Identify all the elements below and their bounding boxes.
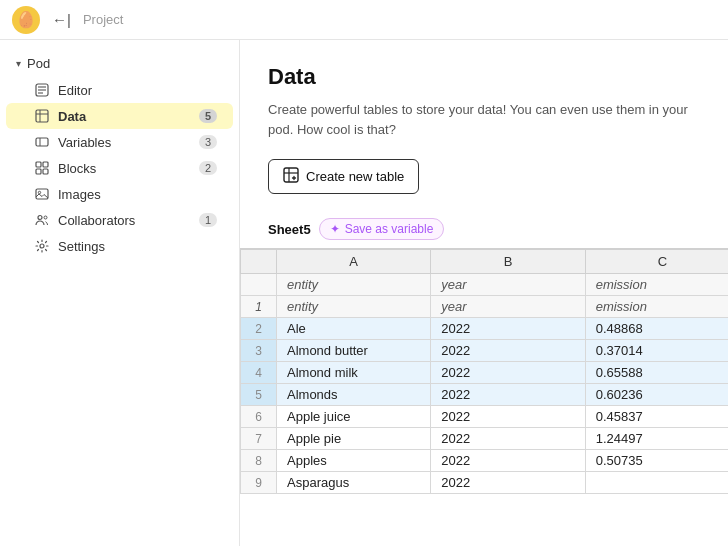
table-cell-b[interactable]: 2022 bbox=[431, 340, 585, 362]
table-cell-num: 8 bbox=[241, 450, 277, 472]
table-cell-c[interactable]: 0.60236 bbox=[585, 384, 728, 406]
table-cell-b[interactable]: 2022 bbox=[431, 318, 585, 340]
sheet-tab-label[interactable]: Sheet5 bbox=[268, 222, 311, 237]
svg-rect-9 bbox=[36, 162, 41, 167]
table-cell-a[interactable]: entity bbox=[277, 274, 431, 296]
table-cell-c[interactable]: emission bbox=[585, 296, 728, 318]
table-cell-c[interactable]: 0.45837 bbox=[585, 406, 728, 428]
table-row[interactable]: 2Ale20220.48868 bbox=[241, 318, 729, 340]
sidebar-item-collaborators[interactable]: Collaborators 1 bbox=[6, 207, 233, 233]
table-cell-c[interactable]: 1.24497 bbox=[585, 428, 728, 450]
table-row[interactable]: 1entityyearemission bbox=[241, 296, 729, 318]
back-button[interactable]: ←| bbox=[52, 11, 71, 28]
table-cell-b[interactable]: 2022 bbox=[431, 406, 585, 428]
sidebar-item-blocks-badge: 2 bbox=[199, 161, 217, 175]
svg-rect-13 bbox=[36, 189, 48, 199]
create-new-table-button[interactable]: Create new table bbox=[268, 159, 419, 194]
table-cell-b[interactable]: year bbox=[431, 296, 585, 318]
table-cell-a[interactable]: Almond butter bbox=[277, 340, 431, 362]
table-cell-c[interactable]: 0.50735 bbox=[585, 450, 728, 472]
table-cell-a[interactable]: Almonds bbox=[277, 384, 431, 406]
svg-rect-10 bbox=[43, 162, 48, 167]
svg-point-15 bbox=[38, 216, 42, 220]
table-cell-c[interactable] bbox=[585, 472, 728, 494]
data-table-wrap: A B C entityyearemission1entityyearemiss… bbox=[240, 248, 728, 494]
table-cell-num: 2 bbox=[241, 318, 277, 340]
top-bar: 🥚 ←| Project bbox=[0, 0, 728, 40]
table-cell-b[interactable]: 2022 bbox=[431, 450, 585, 472]
table-col-num bbox=[241, 250, 277, 274]
table-cell-a[interactable]: Apple pie bbox=[277, 428, 431, 450]
page-title: Data bbox=[268, 64, 700, 90]
table-cell-c[interactable]: 0.37014 bbox=[585, 340, 728, 362]
table-cell-a[interactable]: Apples bbox=[277, 450, 431, 472]
sidebar-item-blocks-label: Blocks bbox=[58, 161, 96, 176]
logo-icon: 🥚 bbox=[16, 10, 36, 29]
sidebar-item-editor-label: Editor bbox=[58, 83, 92, 98]
table-cell-b[interactable]: 2022 bbox=[431, 384, 585, 406]
table-cell-c[interactable]: 0.65588 bbox=[585, 362, 728, 384]
table-cell-num: 3 bbox=[241, 340, 277, 362]
table-cell-b[interactable]: 2022 bbox=[431, 362, 585, 384]
table-cell-b[interactable]: year bbox=[431, 274, 585, 296]
sidebar-item-data-label: Data bbox=[58, 109, 86, 124]
svg-rect-18 bbox=[284, 168, 298, 182]
table-cell-a[interactable]: entity bbox=[277, 296, 431, 318]
app-logo[interactable]: 🥚 bbox=[12, 6, 40, 34]
table-cell-b[interactable]: 2022 bbox=[431, 472, 585, 494]
table-cell-a[interactable]: Apple juice bbox=[277, 406, 431, 428]
svg-point-16 bbox=[44, 216, 47, 219]
table-cell-num: 6 bbox=[241, 406, 277, 428]
save-as-variable-button[interactable]: ✦ Save as variable bbox=[319, 218, 445, 240]
sidebar-item-data[interactable]: Data 5 bbox=[6, 103, 233, 129]
sidebar-item-blocks[interactable]: Blocks 2 bbox=[6, 155, 233, 181]
table-row[interactable]: entityyearemission bbox=[241, 274, 729, 296]
sidebar: ▾ Pod Editor bbox=[0, 40, 240, 546]
sidebar-item-settings-label: Settings bbox=[58, 239, 105, 254]
table-cell-b[interactable]: 2022 bbox=[431, 428, 585, 450]
variables-icon bbox=[34, 134, 50, 150]
table-col-c: C bbox=[585, 250, 728, 274]
table-row[interactable]: 9Asparagus2022 bbox=[241, 472, 729, 494]
sidebar-item-settings[interactable]: Settings bbox=[6, 233, 233, 259]
sparkle-icon: ✦ bbox=[330, 222, 340, 236]
sheet-tabs: Sheet5 ✦ Save as variable bbox=[240, 218, 728, 240]
collaborators-icon bbox=[34, 212, 50, 228]
main-content-area: Data Create powerful tables to store you… bbox=[240, 40, 728, 546]
sidebar-item-variables[interactable]: Variables 3 bbox=[6, 129, 233, 155]
table-cell-c[interactable]: 0.48868 bbox=[585, 318, 728, 340]
sidebar-section-pod[interactable]: ▾ Pod bbox=[0, 52, 239, 77]
table-cell-a[interactable]: Asparagus bbox=[277, 472, 431, 494]
table-header-row: A B C bbox=[241, 250, 729, 274]
table-row[interactable]: 4Almond milk20220.65588 bbox=[241, 362, 729, 384]
sidebar-item-data-badge: 5 bbox=[199, 109, 217, 123]
svg-rect-4 bbox=[36, 110, 48, 122]
editor-icon bbox=[34, 82, 50, 98]
table-cell-a[interactable]: Almond milk bbox=[277, 362, 431, 384]
sidebar-item-collaborators-label: Collaborators bbox=[58, 213, 135, 228]
page-description: Create powerful tables to store your dat… bbox=[268, 100, 700, 139]
table-row[interactable]: 8Apples20220.50735 bbox=[241, 450, 729, 472]
sidebar-item-images-label: Images bbox=[58, 187, 101, 202]
table-row[interactable]: 6Apple juice20220.45837 bbox=[241, 406, 729, 428]
svg-rect-11 bbox=[36, 169, 41, 174]
table-row[interactable]: 5Almonds20220.60236 bbox=[241, 384, 729, 406]
table-create-icon bbox=[283, 167, 299, 186]
table-cell-c[interactable]: emission bbox=[585, 274, 728, 296]
table-cell-num: 4 bbox=[241, 362, 277, 384]
svg-point-14 bbox=[38, 191, 40, 193]
sidebar-item-variables-label: Variables bbox=[58, 135, 111, 150]
sidebar-item-editor[interactable]: Editor bbox=[6, 77, 233, 103]
project-label: Project bbox=[83, 12, 123, 27]
table-col-a: A bbox=[277, 250, 431, 274]
sidebar-item-collaborators-badge: 1 bbox=[199, 213, 217, 227]
blocks-icon bbox=[34, 160, 50, 176]
sidebar-item-images[interactable]: Images bbox=[6, 181, 233, 207]
table-cell-num bbox=[241, 274, 277, 296]
data-icon bbox=[34, 108, 50, 124]
svg-point-17 bbox=[40, 244, 44, 248]
table-col-b: B bbox=[431, 250, 585, 274]
table-cell-a[interactable]: Ale bbox=[277, 318, 431, 340]
table-row[interactable]: 3Almond butter20220.37014 bbox=[241, 340, 729, 362]
table-row[interactable]: 7Apple pie20221.24497 bbox=[241, 428, 729, 450]
